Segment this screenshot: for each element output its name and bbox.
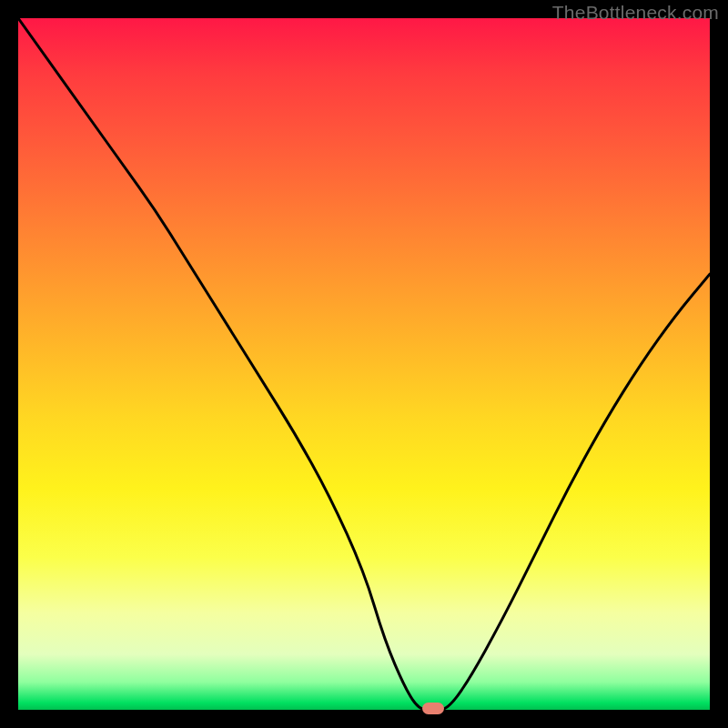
optimal-marker bbox=[422, 703, 444, 714]
watermark-text: TheBottleneck.com bbox=[552, 2, 719, 24]
chart-frame: TheBottleneck.com bbox=[0, 0, 728, 728]
chart-panel bbox=[18, 18, 710, 710]
bottleneck-curve bbox=[18, 18, 710, 710]
